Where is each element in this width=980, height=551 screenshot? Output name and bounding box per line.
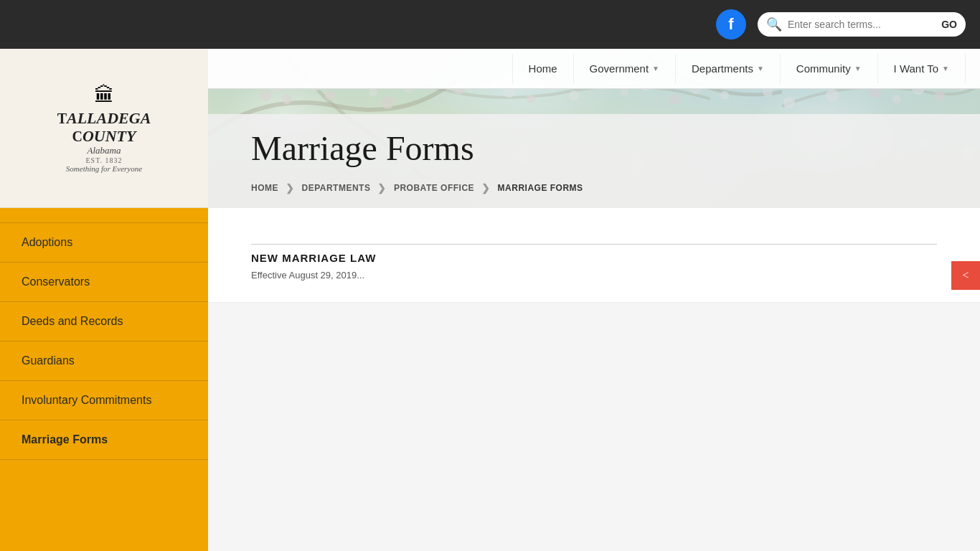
logo-nav-combined: 🏛 TALLADEGA COUNTY Alabama EST. 1832 Som…: [0, 49, 980, 208]
nav-menu: Home Government ▼ Departments ▼ Communit…: [512, 54, 966, 83]
sidebar: Adoptions Conservators Deeds and Records…: [0, 208, 208, 551]
breadcrumb-separator: ❯: [286, 182, 295, 194]
search-bar: 🔍 GO: [758, 12, 966, 37]
breadcrumb-departments[interactable]: DEPARTMENTS: [302, 183, 371, 193]
new-law-subtitle: Effective August 29, 2019...: [251, 270, 937, 281]
nav-item-home[interactable]: Home: [512, 54, 574, 83]
search-go-button[interactable]: GO: [941, 19, 957, 30]
logo-building-icon: 🏛: [57, 83, 151, 107]
top-bar: f 🔍 GO: [0, 0, 980, 49]
share-button[interactable]: <: [951, 261, 980, 290]
chevron-down-icon: ▼: [757, 65, 764, 72]
breadcrumb-separator: ❯: [377, 182, 387, 194]
logo-area[interactable]: 🏛 TALLADEGA COUNTY Alabama EST. 1832 Som…: [0, 49, 208, 208]
nav-item-i-want-to[interactable]: I Want To ▼: [878, 54, 966, 83]
hero-image: Home Government ▼ Departments ▼ Communit…: [208, 49, 980, 208]
content-area: NEW MARRIAGE LAW Effective August 29, 20…: [208, 208, 980, 551]
main-content: Adoptions Conservators Deeds and Records…: [0, 208, 980, 551]
breadcrumb-home[interactable]: HOME: [251, 183, 278, 193]
breadcrumb-probate[interactable]: PROBATE OFFICE: [394, 183, 474, 193]
search-input[interactable]: [788, 19, 936, 30]
chevron-down-icon: ▼: [854, 65, 862, 72]
logo-tagline: Something for Everyone: [57, 164, 151, 173]
nav-item-community[interactable]: Community ▼: [781, 54, 878, 83]
chevron-down-icon: ▼: [942, 65, 949, 72]
breadcrumb-current: MARRIAGE FORMS: [498, 183, 583, 193]
sidebar-item-deeds-and-records[interactable]: Deeds and Records: [0, 302, 208, 342]
search-icon: 🔍: [766, 17, 782, 32]
chevron-down-icon: ▼: [652, 65, 659, 72]
logo: 🏛 TALLADEGA COUNTY Alabama EST. 1832 Som…: [57, 83, 151, 172]
nav-item-government[interactable]: Government ▼: [574, 54, 676, 83]
logo-state: Alabama: [57, 145, 151, 156]
logo-est: EST. 1832: [57, 156, 151, 164]
breadcrumb-separator: ❯: [481, 182, 491, 194]
new-law-section: NEW MARRIAGE LAW Effective August 29, 20…: [208, 208, 980, 303]
sidebar-item-conservators[interactable]: Conservators: [0, 263, 208, 302]
page-title-section: Marriage Forms HOME ❯ DEPARTMENTS ❯ PROB…: [208, 114, 980, 208]
nav-item-departments[interactable]: Departments ▼: [676, 54, 781, 83]
new-law-title: NEW MARRIAGE LAW: [251, 252, 937, 264]
nav-bar: Home Government ▼ Departments ▼ Communit…: [208, 49, 980, 89]
share-icon: <: [962, 269, 969, 282]
breadcrumb: HOME ❯ DEPARTMENTS ❯ PROBATE OFFICE ❯ MA…: [251, 182, 937, 194]
facebook-button[interactable]: f: [716, 9, 746, 39]
sidebar-item-marriage-forms[interactable]: Marriage Forms: [0, 420, 208, 460]
sidebar-item-adoptions[interactable]: Adoptions: [0, 222, 208, 263]
sidebar-item-involuntary-commitments[interactable]: Involuntary Commitments: [0, 381, 208, 420]
page-wrapper: f 🔍 GO 🏛 TALLADEGA COUNTY Alabama EST. 1…: [0, 0, 980, 551]
page-title: Marriage Forms: [251, 128, 937, 168]
sidebar-item-guardians[interactable]: Guardians: [0, 342, 208, 381]
logo-title: TALLADEGA COUNTY: [57, 110, 151, 144]
